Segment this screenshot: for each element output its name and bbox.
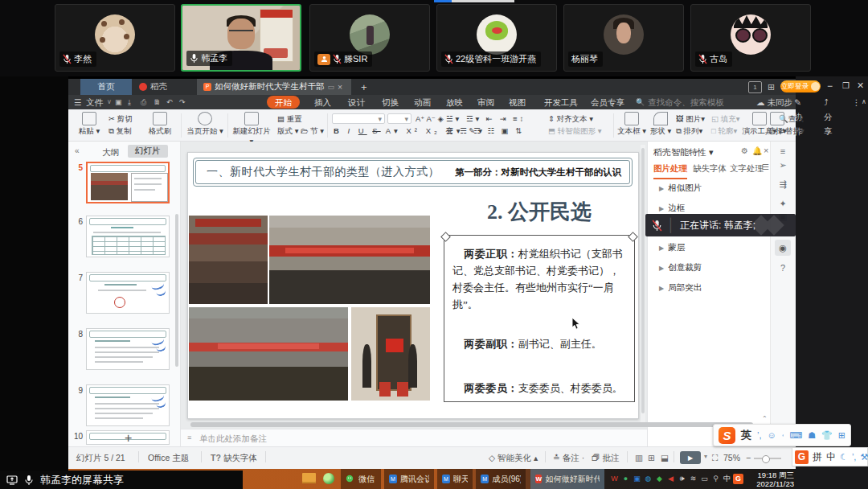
location-pin-icon[interactable]: ◉ (775, 240, 791, 256)
cut-button[interactable]: ✂ 剪切 (108, 114, 133, 125)
tray-browser-icon[interactable]: ◍ (643, 474, 653, 484)
menu-item-9[interactable]: 会员专享 (591, 95, 624, 109)
ime-toolbox-icon[interactable]: ⊞ (838, 430, 845, 441)
tray-safe-icon[interactable]: ◆ (654, 474, 665, 484)
tray-sogou-icon[interactable]: G (733, 474, 743, 484)
outline-button[interactable]: □ 轮廓▾ (711, 126, 737, 137)
list-indent-buttons[interactable]: ☱▾ ☲▾ ⇤ ⇥ ≡↕ (446, 114, 526, 123)
slide-thumbnail-5[interactable] (86, 162, 170, 203)
panel-close-icon[interactable]: × (764, 146, 768, 155)
participant-tile-2[interactable]: 韩孟李 (181, 4, 301, 72)
missing-font-label[interactable]: 缺失字体 (223, 453, 257, 464)
fit-icon[interactable]: ⛶ (712, 453, 718, 463)
tray-ime-zh-icon[interactable]: 中 (722, 474, 732, 484)
menu-item-7[interactable]: 视图 (509, 95, 526, 109)
taskbar-app-wechat[interactable]: 微信 (341, 469, 381, 489)
browser-icon[interactable] (323, 473, 334, 484)
ime-keyboard-icon[interactable]: ⌨ (789, 430, 802, 441)
comments-toggle[interactable]: 🗇 批注 (592, 453, 619, 464)
slide-text-box[interactable]: 两委正职：村党组织书记（支部书记、党总支部书记、村党委书记），村委会主任。有些地… (444, 235, 635, 402)
explorer-folder-icon[interactable] (302, 473, 316, 483)
docer-tab-image[interactable]: 图片处理 (653, 163, 687, 179)
preview-icon[interactable]: 🗎 (154, 95, 161, 109)
help-icon[interactable]: ? (777, 262, 788, 273)
participant-tile-5[interactable]: 杨丽琴 (563, 4, 684, 72)
canvas-vscrollbar[interactable] (641, 145, 645, 426)
minimize-button[interactable]: − (827, 80, 833, 92)
slide-photo-crowd-banner[interactable] (269, 216, 430, 304)
notes-bar[interactable]: ≡ 单击此处添加备注 (181, 429, 647, 446)
canvas-hscrollbar[interactable] (190, 422, 753, 427)
gpinyin-zh-label[interactable]: 中 (826, 450, 836, 464)
sparkle-icon[interactable]: ✦ (777, 198, 788, 209)
menu-item-2[interactable]: 设计 (348, 95, 365, 109)
shape-button[interactable]: 形状 ▾ (649, 112, 673, 137)
gpinyin-logo-icon[interactable]: G (795, 450, 809, 464)
ime-mode-label[interactable]: 英 (741, 428, 751, 442)
collapse-panel-icon[interactable]: « (75, 146, 80, 155)
print-icon[interactable]: ⎙ (141, 95, 146, 109)
copy-button[interactable]: ⧉ 复制 (108, 126, 131, 137)
tab-slides[interactable]: 幻灯片 (128, 145, 168, 158)
zoom-level[interactable]: 75% (723, 453, 740, 462)
view-reading-icon[interactable]: ⬓ (661, 453, 669, 462)
picture-button[interactable]: 🖼 图片▾ (676, 114, 705, 125)
slide-thumbnail-7[interactable] (86, 272, 170, 314)
tray-network-icon[interactable]: ≋ (688, 474, 698, 484)
taskbar-app-tencent-meeting[interactable]: M腾讯会议 (384, 469, 434, 489)
slide-photo-ballot-box[interactable] (351, 307, 430, 401)
gpinyin-punct-icon[interactable]: ’, (852, 452, 857, 462)
more-icon[interactable]: ⋮ (852, 95, 861, 109)
ime-punct-icon[interactable]: ’, (757, 430, 762, 440)
smart-graphic-button[interactable]: ⬒ 转智能图形 ▾ (548, 126, 602, 137)
apps-grid-icon[interactable]: ⊞ (768, 82, 775, 92)
participant-tile-3[interactable]: 滕SIR (309, 4, 430, 72)
command-search[interactable]: 🔍查找命令、搜索模板 (636, 95, 724, 109)
docer-item-5[interactable]: ▶局部突出 (659, 282, 702, 294)
collapse-ribbon-icon[interactable]: ∧ (862, 95, 866, 109)
restore-button[interactable]: ❐ (842, 81, 850, 90)
new-slide-button[interactable]: 新建幻灯片 ▾ (231, 112, 272, 146)
format-painter-button[interactable]: 格式刷 (145, 112, 174, 137)
slide-thumbnail-6[interactable] (86, 216, 170, 257)
sync-status[interactable]: ☁ 未同步 (756, 95, 792, 109)
sogou-ime-bar[interactable]: S 英 ’, ☺ ⌨ ☗ 👕 ⊞ (713, 424, 851, 446)
grow-shrink-font[interactable]: A⁺ A⁻ ◈ (416, 114, 444, 123)
arrange-button[interactable]: ⧉ 排列▾ (676, 126, 702, 137)
ime-profile-icon[interactable]: ☗ (808, 430, 816, 441)
undo-icon[interactable]: ↶ (166, 95, 173, 109)
zoom-out-icon[interactable]: − (746, 453, 751, 462)
tray-reader-icon[interactable]: ◀ (665, 474, 676, 484)
docer-tab-font[interactable]: 缺失字体 (693, 163, 727, 175)
align-buttons[interactable]: ☰ ☴ ☶ ☷ ▣ ⇅ (446, 126, 524, 135)
slideshow-play-button[interactable]: ▶ (680, 451, 701, 464)
strip-handle-icon[interactable]: ≡ (777, 146, 788, 157)
slide-header-box[interactable]: 一、新时代大学生村干部的类型（进入方式） 第一部分：对新时代大学生村干部的认识 (193, 158, 633, 187)
slide-thumbnail-9[interactable] (86, 384, 170, 426)
view-normal-icon[interactable]: ▥ (635, 453, 643, 462)
layout-button[interactable]: 版式 ▾ 🗁 节 ▾ (277, 126, 324, 137)
select-button[interactable]: 选择▾ (764, 112, 791, 137)
menu-item-1[interactable]: 插入 (314, 95, 331, 109)
tab-outline[interactable]: 大纲 (102, 147, 119, 158)
slide-thumbnail-8[interactable] (86, 328, 170, 370)
close-button[interactable]: ✕ (857, 80, 864, 91)
font-family-select[interactable]: ▾ (332, 113, 385, 124)
menu-item-6[interactable]: 审阅 (477, 95, 494, 109)
taskbar-app-meeting-chat[interactable]: M聊天 (437, 469, 473, 489)
menu-item-3[interactable]: 切换 (382, 95, 399, 109)
textbox-button[interactable]: 文本框 ▾ (616, 112, 647, 137)
gpinyin-moon-icon[interactable]: ☾ (840, 452, 848, 462)
collab-button[interactable]: ✎ 协作 (794, 95, 803, 109)
tab-share-icon[interactable]: ▭ (328, 83, 335, 91)
menu-item-5[interactable]: 放映 (446, 95, 463, 109)
menu-item-4[interactable]: 动画 (414, 95, 431, 109)
ime-voice-icon[interactable] (782, 430, 784, 441)
prev-slide-chevron[interactable]: ⌃ (762, 415, 768, 422)
slide-photo-outdoor-meeting[interactable] (189, 307, 348, 401)
menu-start[interactable]: 开始 (267, 96, 300, 109)
sliders-icon[interactable]: ⇶ (777, 179, 788, 190)
tray-battery-icon[interactable]: ▭ (699, 474, 710, 484)
play-from-current-button[interactable]: 当页开始 ▾ (186, 112, 224, 137)
taskbar-app-meeting-members[interactable]: M成员(96) (476, 469, 526, 489)
